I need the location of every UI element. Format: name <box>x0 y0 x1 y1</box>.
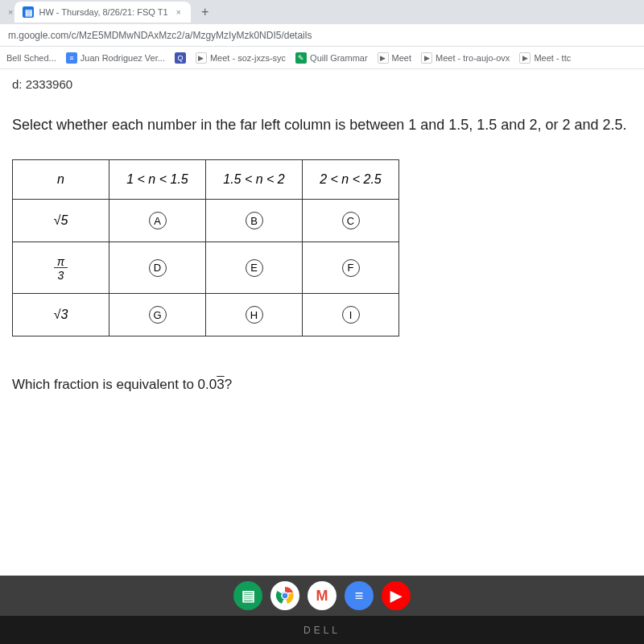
question-2-text: Which fraction is equivalent to 0.03? <box>12 377 632 393</box>
header-range-2: 1.5 < n < 2 <box>206 160 303 200</box>
browser-tab[interactable]: ▤ HW - Thursday, 8/26/21: FSQ T1 × <box>14 2 191 23</box>
choice-a: A <box>149 212 167 229</box>
repeating-digit: 3 <box>217 377 224 392</box>
header-n: n <box>13 160 109 200</box>
tab-close-icon[interactable]: × <box>176 7 181 17</box>
table-header-row: n 1 < n < 1.5 1.5 < n < 2 2 < n < 2.5 <box>13 160 399 200</box>
cell[interactable]: F <box>303 242 399 294</box>
docs-icon: ≡ <box>66 52 77 64</box>
choice-f: F <box>342 259 360 277</box>
choice-d: D <box>149 259 167 277</box>
row-label-pi-over-3: π 3 <box>13 242 109 294</box>
bookmark-bell-sched[interactable]: Bell Sched... <box>6 53 56 63</box>
cell[interactable]: G <box>109 294 206 336</box>
bookmark-quill[interactable]: ✎ Quill Grammar <box>295 52 368 64</box>
cell[interactable]: D <box>109 242 206 294</box>
fraction: π 3 <box>54 256 68 281</box>
bookmark-meet-soz[interactable]: ▶ Meet - soz-jxzs-syc <box>196 52 286 64</box>
new-tab-button[interactable]: + <box>201 5 208 19</box>
table-row: π 3 D E F <box>13 242 399 294</box>
answer-table: n 1 < n < 1.5 1.5 < n < 2 2 < n < 2.5 5 … <box>12 159 399 336</box>
bookmark-juan-rodriguez[interactable]: ≡ Juan Rodriguez Ver... <box>66 52 165 64</box>
chrome-svg <box>275 586 295 605</box>
document-id: d: 2333960 <box>12 77 632 91</box>
cell[interactable]: B <box>206 200 303 242</box>
table-row: 3 G H I <box>13 294 399 336</box>
choice-c: C <box>342 212 360 229</box>
bookmark-label: Meet - tro-aujo-ovx <box>436 53 510 63</box>
bookmark-label: Meet <box>392 53 411 63</box>
row-label-sqrt3: 3 <box>13 294 109 336</box>
document-content: d: 2333960 Select whether each number in… <box>0 69 644 576</box>
meet-icon: ▶ <box>196 52 207 64</box>
quill-icon: ✎ <box>295 52 307 64</box>
meet-icon: ▶ <box>519 52 530 64</box>
chrome-icon[interactable] <box>270 581 299 610</box>
bookmark-label: Quill Grammar <box>310 53 368 63</box>
bookmark-meet-tro[interactable]: ▶ Meet - tro-aujo-ovx <box>421 52 510 64</box>
dell-logo: DELL <box>303 625 341 636</box>
choice-h: H <box>246 306 263 324</box>
cell[interactable]: A <box>109 200 206 242</box>
classroom-icon: ▤ <box>23 6 34 18</box>
choice-e: E <box>246 259 263 277</box>
app-green-icon[interactable]: ▤ <box>233 581 262 610</box>
row-label-sqrt5: 5 <box>13 200 109 242</box>
bookmark-quizlet[interactable]: Q <box>175 52 186 64</box>
address-bar[interactable]: m.google.com/c/MzE5MDMwNDAxMzc2/a/MzgyMz… <box>0 24 644 47</box>
choice-i: I <box>342 306 360 324</box>
browser-tab-bar: × ▤ HW - Thursday, 8/26/21: FSQ T1 × + <box>0 0 644 24</box>
docs-app-icon[interactable]: ≡ <box>345 581 374 610</box>
meet-icon: ▶ <box>421 52 432 64</box>
gmail-icon[interactable]: M <box>308 581 336 610</box>
bookmark-label: Meet - ttc <box>534 53 571 63</box>
cell[interactable]: H <box>206 294 303 336</box>
url-text: m.google.com/c/MzE5MDMwNDAxMzc2/a/MzgyMz… <box>8 30 312 41</box>
cell[interactable]: E <box>206 242 303 294</box>
bookmark-label: Juan Rodriguez Ver... <box>80 53 165 63</box>
bookmark-meet-ttc[interactable]: ▶ Meet - ttc <box>519 52 571 64</box>
quizlet-icon: Q <box>175 52 186 64</box>
tab-title: HW - Thursday, 8/26/21: FSQ T1 <box>39 7 167 17</box>
meet-icon: ▶ <box>378 52 389 64</box>
laptop-bezel: DELL <box>0 616 644 644</box>
youtube-icon[interactable]: ▶ <box>382 581 411 610</box>
prev-tab-close[interactable]: × <box>8 7 13 17</box>
shelf: ▤ M ≡ ▶ <box>0 576 644 616</box>
question-1-text: Select whether each number in the far le… <box>12 115 632 135</box>
bookmark-label: Bell Sched... <box>6 53 56 63</box>
choice-g: G <box>149 306 167 324</box>
header-range-1: 1 < n < 1.5 <box>109 160 206 200</box>
bookmarks-bar: Bell Sched... ≡ Juan Rodriguez Ver... Q … <box>0 47 644 69</box>
cell[interactable]: I <box>303 294 399 336</box>
bookmark-label: Meet - soz-jxzs-syc <box>210 53 286 63</box>
header-range-3: 2 < n < 2.5 <box>303 160 399 200</box>
table-row: 5 A B C <box>13 200 399 242</box>
choice-b: B <box>246 212 263 229</box>
cell[interactable]: C <box>303 200 399 242</box>
bookmark-meet[interactable]: ▶ Meet <box>378 52 411 64</box>
